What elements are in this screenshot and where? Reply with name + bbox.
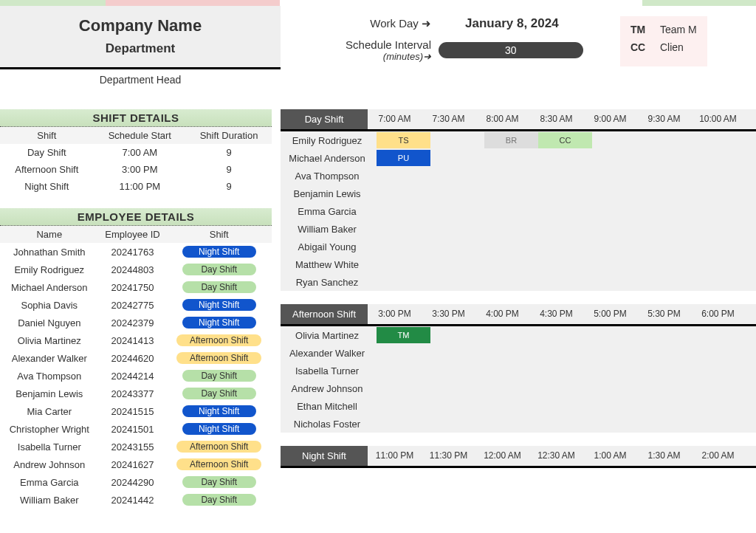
col-header: Shift — [0, 127, 94, 144]
time-header: 9:00 AM — [583, 109, 637, 129]
table-row: Emma Garcia20244290Day Shift — [0, 473, 272, 491]
table-row: Emily Rodriguez20244803Day Shift — [0, 261, 272, 278]
table-row: Alexander Walker20244620Afternoon Shift — [0, 349, 272, 367]
time-header: 7:30 AM — [422, 109, 475, 129]
shift-pill: Night Shift — [182, 317, 256, 329]
shift-pill: Day Shift — [182, 281, 256, 293]
schedule-row: Andrew Johnson — [281, 379, 756, 397]
legend-box: TMTeam MCCClien — [620, 16, 707, 66]
time-header: 1:00 AM — [583, 446, 637, 466]
table-row: Night Shift11:00 PM9 — [0, 178, 272, 195]
schedule-row: Benjamin Lewis — [281, 185, 756, 202]
legend-desc: Clien — [660, 41, 684, 53]
shift-pill: Day Shift — [182, 494, 256, 506]
schedule-row: Emma Garcia — [281, 202, 756, 220]
time-header: 8:00 AM — [475, 109, 529, 129]
employee-name: Olivia Martinez — [281, 330, 377, 341]
shift-tag: Night Shift — [281, 446, 368, 466]
shift-tag: Afternoon Shift — [281, 304, 368, 324]
shift-details-table: ShiftSchedule StartShift Duration Day Sh… — [0, 127, 272, 195]
schedule-slot[interactable]: PU — [377, 150, 430, 166]
employee-details-table: NameEmployee IDShift Johnathan Smith2024… — [0, 226, 272, 509]
interval-value[interactable]: 30 — [439, 42, 583, 58]
shift-pill: Afternoon Shift — [176, 441, 261, 453]
shift-pill: Night Shift — [182, 246, 256, 258]
time-header: 10:00 AM — [691, 109, 745, 129]
employee-name: Michael Anderson — [281, 153, 377, 164]
shift-pill: Night Shift — [182, 423, 256, 435]
employee-name: Alexander Walker — [281, 348, 377, 359]
shift-tag: Day Shift — [281, 109, 368, 129]
shift-pill: Night Shift — [182, 299, 256, 311]
schedule-slot[interactable]: TM — [377, 327, 430, 343]
schedule-row: Abigail Young — [281, 238, 756, 255]
workday-label: Work Day ➜ — [281, 17, 436, 30]
employee-details-title: EMPLOYEE DETAILS — [0, 208, 272, 226]
table-row: Isabella Turner20243155Afternoon Shift — [0, 438, 272, 455]
employee-name: Isabella Turner — [281, 365, 377, 376]
employee-name: William Baker — [281, 224, 377, 235]
workday-value: January 8, 2024 — [465, 16, 559, 31]
department-name: Department — [0, 41, 281, 56]
time-header: 9:30 AM — [637, 109, 691, 129]
table-row: Sophia Davis20242775Night Shift — [0, 296, 272, 314]
time-header: 7:00 AM — [368, 109, 422, 129]
table-row: Johnathan Smith20241763Night Shift — [0, 243, 272, 261]
schedule-row: Alexander Walker — [281, 344, 756, 362]
legend-code: TM — [630, 24, 660, 35]
time-header: 3:30 PM — [422, 304, 475, 324]
table-row: Christopher Wright20241501Night Shift — [0, 420, 272, 438]
time-header: 5:00 PM — [583, 304, 637, 324]
table-row: Daniel Nguyen20242379Night Shift — [0, 314, 272, 331]
col-header: Shift — [166, 226, 272, 243]
table-row: Day Shift7:00 AM9 — [0, 144, 272, 161]
shift-details-title: SHIFT DETAILS — [0, 109, 272, 127]
shift-pill: Day Shift — [182, 476, 256, 488]
col-header: Schedule Start — [94, 127, 187, 144]
schedule-row: Ryan Sanchez — [281, 273, 756, 291]
shift-pill: Day Shift — [182, 370, 256, 382]
schedule-row: William Baker — [281, 220, 756, 238]
shift-pill: Day Shift — [182, 388, 256, 399]
employee-name: Andrew Johnson — [281, 383, 377, 394]
table-row: Ava Thompson20244214Day Shift — [0, 367, 272, 385]
table-row: William Baker20241442Day Shift — [0, 491, 272, 509]
legend-code: CC — [630, 41, 660, 53]
time-header: 6:00 PM — [691, 304, 745, 324]
interval-label: Schedule Interval (minutes)➜ — [281, 38, 436, 62]
schedule-row: Matthew White — [281, 255, 756, 273]
schedule-slot[interactable]: BR — [484, 132, 538, 148]
schedule-slot[interactable]: TS — [377, 132, 430, 148]
employee-name: Abigail Young — [281, 241, 377, 252]
employee-name: Nicholas Foster — [281, 419, 377, 430]
schedule-slot[interactable]: CC — [538, 132, 592, 148]
time-header: 8:30 AM — [529, 109, 583, 129]
time-header: 5:30 PM — [637, 304, 691, 324]
employee-name: Benjamin Lewis — [281, 188, 377, 199]
employee-name: Ryan Sanchez — [281, 277, 377, 288]
table-row: Andrew Johnson20241627Afternoon Shift — [0, 455, 272, 473]
schedule-slot-empty[interactable] — [430, 132, 484, 148]
employee-name: Ethan Mitchell — [281, 401, 377, 412]
col-header: Employee ID — [99, 226, 167, 243]
schedule-row: Michael AndersonPU — [281, 149, 756, 167]
shift-pill: Night Shift — [182, 405, 256, 417]
col-header: Shift Duration — [186, 127, 272, 144]
employee-name: Emily Rodriguez — [281, 135, 377, 146]
shift-pill: Day Shift — [182, 264, 256, 275]
time-header: 4:30 PM — [529, 304, 583, 324]
company-name: Company Name — [0, 16, 281, 35]
time-header: 4:00 PM — [475, 304, 529, 324]
table-row: Benjamin Lewis20243377Day Shift — [0, 385, 272, 402]
schedule-row: Nicholas Foster — [281, 415, 756, 433]
schedule-row: Olivia MartinezTM — [281, 326, 756, 344]
schedule-row: Ethan Mitchell — [281, 397, 756, 415]
time-header: 12:30 AM — [529, 446, 583, 466]
department-head: Department Head — [0, 69, 281, 90]
employee-name: Matthew White — [281, 259, 377, 270]
employee-name: Ava Thompson — [281, 171, 377, 182]
time-header: 2:00 AM — [691, 446, 745, 466]
time-header: 11:00 PM — [368, 446, 422, 466]
shift-pill: Afternoon Shift — [176, 334, 261, 346]
time-header: 1:30 AM — [637, 446, 691, 466]
